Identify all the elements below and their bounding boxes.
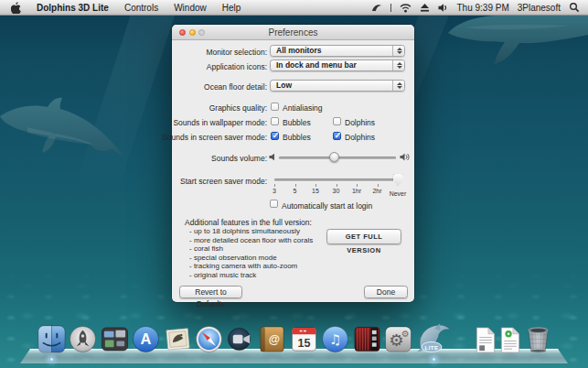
- volume-low-icon: [269, 153, 276, 161]
- dock-system-preferences-icon[interactable]: ⚙⚙: [384, 325, 412, 353]
- dock-launchpad-icon[interactable]: [69, 325, 97, 353]
- dock-itunes-icon[interactable]: ♫: [321, 325, 349, 353]
- full-version-heading: Additional features in the full version:: [185, 218, 312, 227]
- tick-label-5: 5: [286, 188, 305, 194]
- dock-calendar-icon[interactable]: 15: [290, 325, 318, 353]
- dock: A @ 15 ♫ ⚙⚙: [20, 321, 568, 363]
- ocean-floor-detail-popup[interactable]: Low: [270, 80, 405, 92]
- dock-contacts-icon[interactable]: @: [258, 325, 286, 353]
- monitor-selection-popup[interactable]: All monitors: [270, 45, 405, 57]
- popup-stepper-icon: [392, 81, 404, 91]
- tick-label-3: 3: [265, 188, 283, 194]
- screensaver-sounds-label: Sounds in screen saver mode:: [162, 133, 267, 142]
- menu-clock[interactable]: Thu 9:39 PM: [456, 3, 508, 13]
- screensaver-bubbles-label: Bubbles: [283, 133, 311, 142]
- right-dolphin-image: [446, 11, 588, 80]
- window-title: Preferences: [172, 27, 414, 38]
- volume-high-icon: [400, 152, 411, 162]
- menu-item-window[interactable]: Window: [174, 3, 207, 13]
- menu-separator-icon: [390, 4, 392, 12]
- dock-document-icon[interactable]: [475, 327, 497, 353]
- svg-text:LITE: LITE: [424, 345, 438, 351]
- dock-safari-icon[interactable]: [195, 325, 223, 353]
- start-screensaver-slider[interactable]: [274, 179, 398, 181]
- ocean-floor-detail-label: Ocean floor detail:: [204, 82, 267, 92]
- tick-label-1hr: 1hr: [347, 188, 366, 194]
- dock-trash-icon[interactable]: [525, 325, 551, 353]
- application-icons-value: In dock and menu bar: [276, 60, 357, 70]
- slider-tick: [357, 184, 358, 187]
- eject-icon[interactable]: [420, 3, 430, 13]
- graphics-quality-label: Graphics quality:: [209, 103, 267, 113]
- popup-stepper-icon: [392, 60, 404, 70]
- popup-stepper-icon: [392, 46, 404, 56]
- dolphin-menu-extra-icon[interactable]: [371, 3, 382, 13]
- window-title-bar[interactable]: Preferences: [172, 25, 414, 40]
- dock-dvd-player-icon[interactable]: [353, 325, 381, 353]
- svg-text:15: 15: [297, 337, 310, 350]
- screensaver-bubbles-checkbox[interactable]: [271, 132, 279, 140]
- feature-item: - special observation mode: [189, 254, 313, 263]
- menu-bar: Dolphins 3D Lite Controls Window Help Th…: [0, 0, 588, 16]
- wifi-icon[interactable]: [400, 3, 412, 13]
- dock-app-store-icon[interactable]: A: [132, 325, 160, 353]
- tick-label-2hr: 2hr: [369, 188, 387, 194]
- start-screensaver-label: Start screen saver mode:: [180, 177, 267, 186]
- start-screensaver-thumb[interactable]: [393, 174, 403, 187]
- menu-item-controls[interactable]: Controls: [124, 3, 158, 13]
- tick-label-30: 30: [327, 188, 346, 194]
- dock-document-installer-icon[interactable]: [499, 327, 521, 353]
- wallpaper-sounds-label: Sounds in wallpaper mode:: [173, 118, 267, 127]
- dock-finder-icon[interactable]: [37, 325, 66, 353]
- feature-item: - up to 18 dolphins simultaneously: [189, 227, 313, 236]
- application-icons-popup[interactable]: In dock and menu bar: [270, 60, 405, 71]
- application-icons-label: Application icons:: [207, 62, 267, 71]
- apple-menu-icon[interactable]: [11, 2, 21, 14]
- feature-item: - coral fish: [189, 244, 313, 254]
- svg-text:@: @: [269, 333, 280, 346]
- monitor-selection-value: All monitors: [276, 46, 322, 55]
- spotlight-icon[interactable]: [569, 2, 580, 13]
- menu-item-app-name[interactable]: Dolphins 3D Lite: [37, 3, 109, 13]
- done-button[interactable]: Done: [364, 286, 408, 298]
- volume-slider[interactable]: [279, 157, 396, 159]
- dock-dolphins-3d-lite-icon[interactable]: LITE: [416, 322, 453, 353]
- slider-tick: [337, 184, 337, 187]
- slider-tick: [315, 184, 316, 187]
- full-version-feature-list: - up to 18 dolphins simultaneously - mor…: [189, 227, 313, 280]
- autostart-label: Automatically start at login: [282, 201, 372, 211]
- get-full-version-button[interactable]: GET FULL VERSION: [326, 229, 401, 244]
- autostart-checkbox[interactable]: [270, 200, 278, 208]
- feature-item: - original music track: [189, 271, 313, 280]
- dock-facetime-icon[interactable]: [227, 325, 255, 353]
- volume-menu-icon[interactable]: [438, 3, 448, 13]
- ocean-floor-detail-value: Low: [276, 81, 292, 90]
- antialiasing-label: Antialiasing: [283, 103, 322, 113]
- svg-text:A: A: [141, 330, 152, 347]
- desktop: Dolphins 3D Lite Controls Window Help Th…: [0, 0, 588, 368]
- feature-item: - more detailed ocean floor with corals: [189, 236, 313, 245]
- menu-item-help[interactable]: Help: [222, 3, 241, 13]
- slider-tick: [274, 184, 275, 187]
- screensaver-dolphins-label: Dolphins: [345, 133, 375, 142]
- dock-mission-control-icon[interactable]: [101, 325, 129, 353]
- left-dolphin-image: [0, 96, 128, 174]
- sounds-volume-label: Sounds volume:: [211, 154, 267, 163]
- dock-mail-icon[interactable]: [164, 325, 192, 353]
- screensaver-dolphins-checkbox[interactable]: [333, 132, 341, 140]
- wallpaper-bubbles-checkbox[interactable]: [271, 117, 279, 125]
- wallpaper-dolphins-checkbox[interactable]: [333, 117, 341, 125]
- wallpaper-bubbles-label: Bubbles: [283, 118, 311, 127]
- slider-tick: [378, 184, 379, 187]
- antialiasing-checkbox[interactable]: [271, 103, 279, 111]
- tick-label-15: 15: [306, 188, 325, 194]
- menu-item-vendor[interactable]: 3Planesoft: [518, 3, 561, 13]
- volume-slider-thumb[interactable]: [329, 152, 339, 162]
- revert-to-defaults-button[interactable]: Revert to Defaults: [179, 286, 242, 298]
- monitor-selection-label: Monitor selection:: [206, 48, 267, 57]
- svg-text:⚙: ⚙: [401, 329, 410, 339]
- slider-tick: [295, 184, 296, 187]
- feature-item: - tracking camera with auto-zoom: [189, 262, 313, 271]
- preferences-window: Preferences Monitor selection: All monit…: [172, 25, 414, 302]
- tick-label-never: Never: [389, 190, 407, 197]
